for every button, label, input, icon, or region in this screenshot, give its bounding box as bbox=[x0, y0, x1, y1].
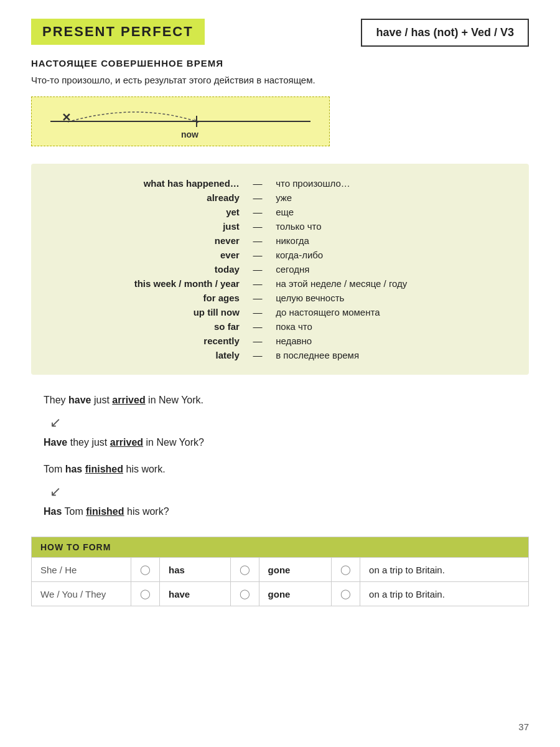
vocab-translation: на этой неделе / месяце / году bbox=[272, 276, 510, 291]
examples-section: They have just arrived in New York. ↙ Ha… bbox=[31, 392, 529, 519]
vocab-dash: — bbox=[243, 305, 272, 319]
title-box: PRESENT PERFECT bbox=[31, 19, 205, 45]
vocab-row: just — только что bbox=[50, 219, 510, 233]
vocab-row: ever — когда-либо bbox=[50, 248, 510, 262]
vocab-dash: — bbox=[243, 248, 272, 262]
htf-row: She / He ◯ has ◯ gone ◯ on a trip to Bri… bbox=[32, 558, 529, 582]
vocab-translation: только что bbox=[272, 219, 510, 233]
vocab-translation: недавно bbox=[272, 334, 510, 348]
page-number: 37 bbox=[518, 721, 529, 732]
htf-subject: We / You / They bbox=[32, 582, 131, 606]
timeline-now-label: now bbox=[181, 129, 198, 139]
vocab-row: yet — еще bbox=[50, 205, 510, 219]
vocab-translation: сегодня bbox=[272, 262, 510, 276]
timeline-tick bbox=[196, 116, 197, 127]
example-question-2: Has Tom finished his work? bbox=[44, 504, 529, 520]
htf-header: HOW TO FORM bbox=[32, 537, 529, 558]
vocab-dash: — bbox=[243, 348, 272, 362]
htf-verb: gone bbox=[259, 558, 332, 582]
subtitle: НАСТОЯЩЕЕ СОВЕРШЕННОЕ ВРЕМЯ bbox=[31, 58, 529, 68]
timeline-arc bbox=[62, 101, 205, 123]
htf-circle-1: ◯ bbox=[131, 558, 160, 582]
example-statement-2: Tom has finished his work. bbox=[44, 461, 529, 477]
timeline-diagram: ✕ now bbox=[31, 96, 330, 146]
htf-rest: on a trip to Britain. bbox=[360, 558, 529, 582]
arrow-down-2: ↙ bbox=[50, 484, 61, 500]
vocab-row: so far — пока что bbox=[50, 319, 510, 334]
vocab-translation: еще bbox=[272, 205, 510, 219]
vocab-translation: когда-либо bbox=[272, 248, 510, 262]
page-header: PRESENT PERFECT have / has (not) + Ved /… bbox=[31, 19, 529, 47]
vocab-translation: уже bbox=[272, 190, 510, 205]
vocab-row: never — никогда bbox=[50, 233, 510, 248]
vocab-translation: никогда bbox=[272, 233, 510, 248]
vocab-row: today — сегодня bbox=[50, 262, 510, 276]
vocab-translation: в последнее время bbox=[272, 348, 510, 362]
htf-aux: has bbox=[160, 558, 231, 582]
vocab-dash: — bbox=[243, 291, 272, 305]
vocab-dash: — bbox=[243, 334, 272, 348]
vocabulary-box: what has happened… — что произошло… alre… bbox=[31, 164, 529, 375]
vocab-dash: — bbox=[243, 276, 272, 291]
vocab-dash: — bbox=[243, 176, 272, 190]
vocab-translation: что произошло… bbox=[272, 176, 510, 190]
vocab-word: just bbox=[50, 219, 243, 233]
htf-circle-2: ◯ bbox=[230, 558, 259, 582]
page-title: PRESENT PERFECT bbox=[42, 24, 194, 40]
htf-aux: have bbox=[160, 582, 231, 606]
htf-circle-1: ◯ bbox=[131, 582, 160, 606]
htf-circle-3: ◯ bbox=[332, 558, 360, 582]
vocab-dash: — bbox=[243, 319, 272, 334]
vocab-row: what has happened… — что произошло… bbox=[50, 176, 510, 190]
description: Что-то произошло, и есть результат этого… bbox=[31, 75, 529, 85]
vocab-row: up till now — до настоящего момента bbox=[50, 305, 510, 319]
vocab-word: already bbox=[50, 190, 243, 205]
vocab-word: this week / month / year bbox=[50, 276, 243, 291]
arrow-down-1: ↙ bbox=[50, 415, 61, 431]
vocabulary-table: what has happened… — что произошло… alre… bbox=[50, 176, 510, 362]
vocab-row: lately — в последнее время bbox=[50, 348, 510, 362]
example-question-1: Have they just arrived in New York? bbox=[44, 435, 529, 451]
vocab-dash: — bbox=[243, 262, 272, 276]
vocab-row: this week / month / year — на этой недел… bbox=[50, 276, 510, 291]
htf-circle-2: ◯ bbox=[230, 582, 259, 606]
htf-circle-3: ◯ bbox=[332, 582, 360, 606]
vocab-dash: — bbox=[243, 190, 272, 205]
htf-rest: on a trip to Britain. bbox=[360, 582, 529, 606]
vocab-translation: до настоящего момента bbox=[272, 305, 510, 319]
vocab-word: today bbox=[50, 262, 243, 276]
vocab-row: for ages — целую вечность bbox=[50, 291, 510, 305]
vocab-row: already — уже bbox=[50, 190, 510, 205]
vocab-word: lately bbox=[50, 348, 243, 362]
vocab-row: recently — недавно bbox=[50, 334, 510, 348]
vocab-word: yet bbox=[50, 205, 243, 219]
vocab-dash: — bbox=[243, 219, 272, 233]
vocab-dash: — bbox=[243, 233, 272, 248]
htf-subject: She / He bbox=[32, 558, 131, 582]
timeline-x-mark: ✕ bbox=[62, 111, 71, 125]
vocab-word: for ages bbox=[50, 291, 243, 305]
htf-row: We / You / They ◯ have ◯ gone ◯ on a tri… bbox=[32, 582, 529, 606]
example-statement-1: They have just arrived in New York. bbox=[44, 392, 529, 408]
vocab-word: up till now bbox=[50, 305, 243, 319]
vocab-word: ever bbox=[50, 248, 243, 262]
htf-verb: gone bbox=[259, 582, 332, 606]
vocab-word: what has happened… bbox=[50, 176, 243, 190]
vocab-word: recently bbox=[50, 334, 243, 348]
formula-box: have / has (not) + Ved / V3 bbox=[361, 19, 529, 47]
vocab-translation: целую вечность bbox=[272, 291, 510, 305]
vocab-translation: пока что bbox=[272, 319, 510, 334]
formula-text: have / has (not) + Ved / V3 bbox=[376, 26, 514, 39]
how-to-form-table: HOW TO FORM She / He ◯ has ◯ gone ◯ on a… bbox=[31, 537, 529, 606]
timeline-line bbox=[50, 121, 310, 122]
vocab-word: never bbox=[50, 233, 243, 248]
vocab-dash: — bbox=[243, 205, 272, 219]
vocab-word: so far bbox=[50, 319, 243, 334]
